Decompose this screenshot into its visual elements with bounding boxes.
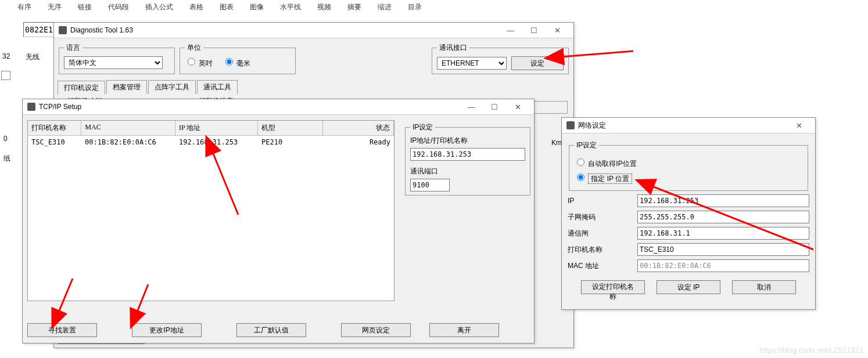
minimize-button[interactable]: — (460, 103, 483, 111)
fragment-paper: 纸 (3, 154, 10, 164)
connection-group: 通讯接口 ETHERNET 设定 (432, 43, 569, 74)
fragment-32: 32 (2, 52, 10, 60)
connection-select[interactable]: ETHERNET (437, 57, 507, 70)
close-button[interactable]: ✕ (546, 26, 569, 35)
port-label: 通讯端口 (410, 167, 525, 176)
leave-button[interactable]: 离开 (429, 323, 499, 337)
fragment-box (1, 71, 10, 80)
ip-mode-group: IP设定 自动取得IP位置 指定 IP 位置 (569, 140, 808, 191)
diagnostic-tabs: 打印机设定 档案管理 点阵字工具 通讯工具 (58, 80, 570, 94)
network-title: 网络设定 (578, 121, 606, 131)
tab-bitmap-font[interactable]: 点阵字工具 (148, 80, 196, 94)
fragment-input[interactable] (23, 22, 57, 37)
tab-printer-settings[interactable]: 打印机设定 (58, 81, 105, 95)
web-setting-button[interactable]: 网页设定 (341, 323, 411, 337)
printer-icon (59, 26, 67, 34)
printer-name-label: 打印机名称 (568, 245, 637, 255)
km-label: Km (551, 139, 562, 147)
cancel-button[interactable]: 取消 (732, 280, 796, 294)
tcpip-title: TCP/IP Setup (39, 103, 81, 111)
editor-top-menu: 有序无序链接代码段插入公式表格图表图像水平线视频摘要缩进目录 (17, 2, 422, 12)
set-name-button[interactable]: 设定打印机名称 (581, 280, 645, 294)
ip-setting-label: IP设定 (410, 122, 435, 132)
connection-label: 通讯接口 (437, 43, 469, 53)
language-select[interactable]: 简体中文 (64, 56, 163, 69)
ip-input[interactable] (637, 194, 809, 207)
maximize-button[interactable]: ☐ (522, 26, 546, 35)
ip-setting-group: IP设定 IP地址/打印机名称 通讯端口 (405, 122, 530, 196)
unit-inch-radio[interactable]: 英吋 (185, 59, 213, 67)
printer-list[interactable]: 打印机名称 MAC IP 地址 机型 状态 TSC_E310 00:1B:82:… (27, 120, 394, 301)
gateway-label: 通信闸 (568, 229, 637, 238)
language-label: 语言 (64, 43, 83, 53)
tcpip-titlebar[interactable]: TCP/IP Setup — ☐ ✕ (23, 99, 534, 115)
close-button[interactable]: ✕ (506, 103, 529, 111)
minimize-button[interactable]: — (499, 26, 522, 35)
printer-icon (566, 121, 575, 129)
static-ip-radio[interactable]: 指定 IP 位置 (574, 172, 803, 184)
ipname-label: IP地址/打印机名称 (410, 136, 525, 146)
tab-file-manage[interactable]: 档案管理 (106, 80, 147, 94)
tab-comm-tool[interactable]: 通讯工具 (197, 80, 238, 94)
maximize-button[interactable]: ☐ (483, 103, 506, 111)
find-device-button[interactable]: 寻找装置 (27, 323, 97, 337)
gateway-input[interactable] (637, 227, 809, 240)
tcpip-window: TCP/IP Setup — ☐ ✕ 打印机名称 MAC IP 地址 机型 状态… (22, 99, 535, 343)
ip-mode-label: IP设定 (574, 140, 599, 150)
fragment-0: 0 (3, 135, 8, 143)
ipname-input[interactable] (410, 148, 525, 161)
diagnostic-titlebar[interactable]: Diagnostic Tool 1.63 — ☐ ✕ (54, 23, 573, 38)
connection-set-button[interactable]: 设定 (511, 56, 564, 70)
fragment-wireless: 无线 (26, 52, 40, 62)
diagnostic-title: Diagnostic Tool 1.63 (70, 26, 133, 34)
printer-icon (27, 103, 35, 111)
set-ip-button[interactable]: 设定 IP (657, 280, 720, 294)
change-ip-button[interactable]: 更改IP地址 (132, 323, 202, 337)
auto-ip-radio[interactable]: 自动取得IP位置 (574, 157, 803, 169)
mask-input[interactable] (637, 211, 809, 223)
watermark: https://blog.csdn.net/LZ511321 (759, 346, 863, 355)
network-dialog: 网络设定 ✕ IP设定 自动取得IP位置 指定 IP 位置 IP 子网掩码 通信… (561, 117, 816, 310)
ip-label: IP (568, 197, 637, 205)
factory-default-button[interactable]: 工厂默认值 (236, 323, 306, 337)
mac-input (637, 259, 809, 272)
network-titlebar[interactable]: 网络设定 ✕ (562, 118, 815, 133)
table-row[interactable]: TSC_E310 00:1B:82:E0:0A:C6 192.168.31.25… (28, 136, 394, 149)
close-button[interactable]: ✕ (787, 121, 810, 130)
mac-label: MAC 地址 (568, 261, 637, 271)
port-input[interactable] (410, 179, 450, 191)
unit-label: 单位 (185, 43, 203, 53)
printer-name-input[interactable] (637, 243, 809, 256)
language-group: 语言 简体中文 (59, 43, 175, 74)
printer-list-header: 打印机名称 MAC IP 地址 机型 状态 (28, 121, 394, 136)
unit-mm-radio[interactable]: 毫米 (223, 59, 250, 67)
unit-group: 单位 英吋 毫米 (180, 43, 296, 74)
mask-label: 子网掩码 (568, 212, 637, 222)
